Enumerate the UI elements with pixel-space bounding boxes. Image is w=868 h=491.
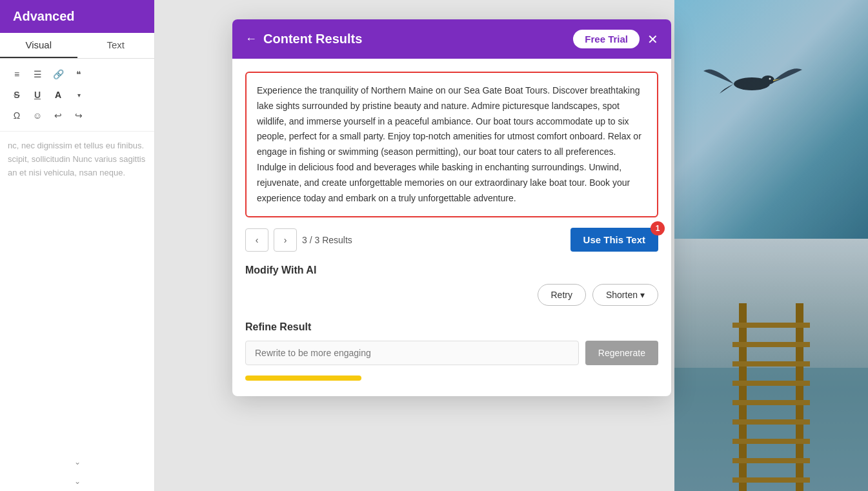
next-result-button[interactable]: › [274,228,297,252]
tab-visual[interactable]: Visual [0,33,77,58]
strikethrough-icon[interactable]: S [8,86,26,104]
use-this-text-button[interactable]: Use This Text 1 [570,228,658,252]
omega-icon[interactable]: Ω [8,106,26,125]
content-results-modal: ← Content Results Free Trial ✕ Experienc… [232,19,671,396]
bottom-progress-bar [245,376,361,381]
retry-button[interactable]: Retry [538,284,586,306]
content-text: Experience the tranquility of Northern M… [257,85,641,203]
prev-result-button[interactable]: ‹ [245,228,268,252]
sidebar-content-text: nc, nec dignissim et tellus eu finibus. … [0,132,154,452]
sidebar-title: Advanced [13,9,75,23]
sidebar-header: Advanced [0,0,154,33]
modal-overlay: ← Content Results Free Trial ✕ Experienc… [155,0,868,491]
modal-header-left: ← Content Results [245,32,362,46]
undo-icon[interactable]: ↩ [49,106,67,125]
sidebar: Advanced Visual Text ≡ ☰ 🔗 ❝ S U A ▾ Ω ☺… [0,0,155,491]
shorten-button[interactable]: Shorten ▾ [592,284,658,306]
font-color-icon[interactable]: A [49,86,67,104]
pagination-row: ‹ › 3 / 3 Results Use This Text 1 [245,228,658,252]
main-area: ← Content Results Free Trial ✕ Experienc… [155,0,868,491]
shorten-dropdown-icon: ▾ [640,290,645,300]
content-text-box: Experience the tranquility of Northern M… [245,72,658,217]
regenerate-button[interactable]: Regenerate [585,341,658,365]
free-trial-badge[interactable]: Free Trial [573,30,640,48]
toolbar-row-3: Ω ☺ ↩ ↪ [8,106,146,125]
tab-text[interactable]: Text [77,33,155,58]
sidebar-tabs: Visual Text [0,33,154,59]
refine-input[interactable] [245,341,579,365]
use-this-text-container: Use This Text 1 [570,228,658,252]
link-icon[interactable]: 🔗 [49,65,67,83]
refine-section-label: Refine Result [245,321,658,333]
font-color-dropdown-icon[interactable]: ▾ [70,86,88,104]
redo-icon[interactable]: ↪ [70,106,88,125]
emoji-icon[interactable]: ☺ [28,106,46,125]
quote-icon[interactable]: ❝ [70,65,88,83]
sidebar-chevron-2[interactable]: ⌄ [0,472,154,491]
modal-body: Experience the tranquility of Northern M… [232,59,671,396]
toolbar-row-2: S U A ▾ [8,86,146,104]
notification-badge: 1 [651,221,665,235]
pagination-left: ‹ › 3 / 3 Results [245,228,352,252]
sidebar-chevron-1[interactable]: ⌄ [0,452,154,472]
sidebar-toolbar: ≡ ☰ 🔗 ❝ S U A ▾ Ω ☺ ↩ ↪ [0,59,154,132]
toolbar-row-1: ≡ ☰ 🔗 ❝ [8,65,146,83]
modify-actions: Retry Shorten ▾ [245,284,658,306]
unordered-list-icon[interactable]: ≡ [8,65,26,83]
ordered-list-icon[interactable]: ☰ [28,65,46,83]
underline-icon[interactable]: U [28,86,46,104]
modal-title: Content Results [263,32,362,46]
modify-section-label: Modify With AI [245,265,658,276]
modal-header-right: Free Trial ✕ [573,30,658,48]
modal-header: ← Content Results Free Trial ✕ [232,19,671,59]
modal-back-icon[interactable]: ← [245,32,257,46]
modal-close-button[interactable]: ✕ [647,32,658,47]
pagination-label: 3 / 3 Results [302,235,352,245]
refine-row: Regenerate [245,341,658,365]
